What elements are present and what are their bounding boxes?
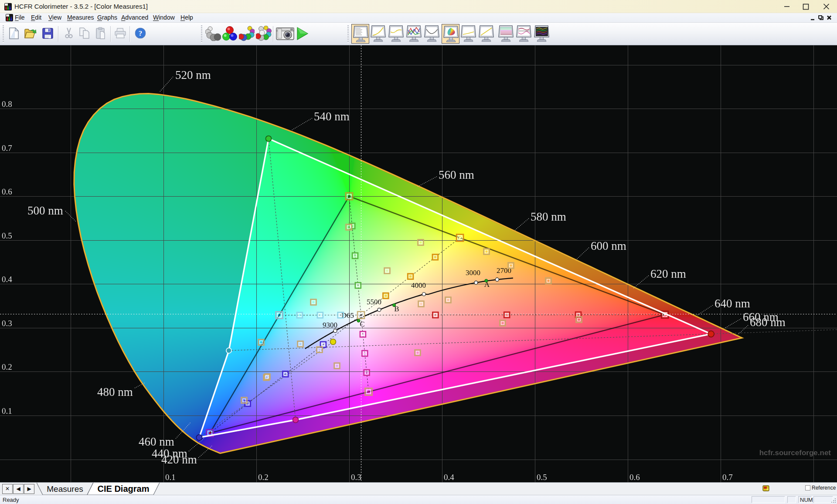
svg-text:CIE Diagram: CIE Diagram [98,484,150,494]
svg-text:Measures: Measures [47,484,83,494]
svg-text:?: ? [139,29,143,37]
